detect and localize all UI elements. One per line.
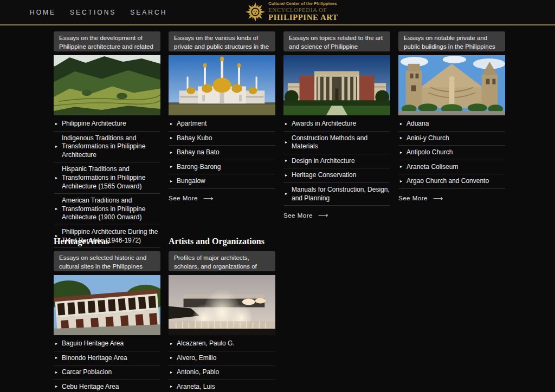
list-item[interactable]: ▸Antonio, Pablo <box>169 365 275 380</box>
list-item[interactable]: ▸Indigenous Traditions and Transformatio… <box>54 132 160 163</box>
list-item[interactable]: ▸Awards in Architecture <box>283 117 390 132</box>
bullet-icon: ▸ <box>400 179 402 184</box>
list-item[interactable]: ▸Cebu Heritage Area <box>54 380 160 392</box>
list-item[interactable]: ▸Araneta Coliseum <box>398 160 505 175</box>
list-item[interactable]: ▸Alcazaren, Paulo G. <box>169 337 275 351</box>
bullet-icon: ▸ <box>170 384 172 389</box>
list-item[interactable]: ▸Bahay Kubo <box>169 132 275 146</box>
section-list: ▸Apartment ▸Bahay Kubo ▸Bahay na Bato ▸B… <box>169 117 275 189</box>
list-item[interactable]: ▸Argao Church and Convento <box>398 174 505 189</box>
list-item[interactable]: ▸Baguio Heritage Area <box>54 337 160 351</box>
bullet-icon: ▸ <box>55 370 57 375</box>
list-item[interactable]: ▸Barong-Barong <box>169 160 275 175</box>
bullet-icon: ▸ <box>55 355 57 361</box>
bullet-icon: ▸ <box>170 150 172 155</box>
section-card-historical-essays: Essays on the development of Philippine … <box>54 31 160 262</box>
list-item[interactable]: ▸Binondo Heritage Area <box>54 351 160 366</box>
bullet-icon: ▸ <box>400 121 402 127</box>
golden-domed-mosque-photo[interactable] <box>169 55 275 115</box>
bullet-icon: ▸ <box>170 164 172 169</box>
list-item[interactable]: ▸Heritage Conservation <box>283 168 390 183</box>
logo-org-line: Cultural Center of the Philippines <box>268 2 338 6</box>
nav-sections[interactable]: SECTIONS <box>70 9 116 16</box>
bullet-icon: ▸ <box>285 173 287 178</box>
logo-wordmark: Cultural Center of the Philippines ENCYC… <box>268 2 338 22</box>
bullet-icon: ▸ <box>285 158 287 164</box>
list-item[interactable]: ▸Bahay na Bato <box>169 146 275 160</box>
section-list: ▸Aduana ▸Anini-y Church ▸Antipolo Church… <box>398 117 505 189</box>
section-description: Essays on the development of Philippine … <box>54 31 160 51</box>
nav-home[interactable]: HOME <box>30 9 56 16</box>
list-item[interactable]: ▸Anini-y Church <box>398 132 505 146</box>
section-card-structure-types: Essays on the various kinds of private a… <box>169 31 275 202</box>
section-description: Essays on the various kinds of private a… <box>169 31 275 51</box>
university-hall-photo[interactable] <box>283 55 390 115</box>
section-card-notable-buildings: Essays on notable private and public bui… <box>398 31 505 202</box>
section-heading: Heritage Areas <box>54 237 160 246</box>
rice-terraces-photo[interactable] <box>54 55 160 115</box>
main-nav: HOME SECTIONS SEARCH <box>30 0 167 24</box>
bullet-icon: ▸ <box>170 121 172 127</box>
logo-title-line2: PHILIPPINE ART <box>268 13 338 22</box>
section-description: Essays on selected historic and cultural… <box>54 251 160 271</box>
bullet-icon: ▸ <box>55 175 57 181</box>
bullet-icon: ▸ <box>170 341 172 347</box>
section-heading: Artists and Organizations <box>169 237 275 246</box>
top-header: HOME SECTIONS SEARCH <box>0 0 555 25</box>
list-item[interactable]: ▸Apartment <box>169 117 275 132</box>
see-more-link[interactable]: See More⟶ <box>283 211 328 219</box>
bullet-icon: ▸ <box>285 191 287 197</box>
arrow-right-icon: ⟶ <box>433 194 443 202</box>
section-heritage-areas: Heritage Areas Essays on selected histor… <box>54 237 160 392</box>
bullet-icon: ▸ <box>170 135 172 141</box>
list-item[interactable]: ▸Carcar Poblacion <box>54 365 160 380</box>
bullet-icon: ▸ <box>400 135 402 141</box>
arrow-right-icon: ⟶ <box>318 211 328 219</box>
bullet-icon: ▸ <box>55 144 57 149</box>
category-grid-top: Essays on the development of Philippine … <box>54 31 505 262</box>
see-more-link[interactable]: See More⟶ <box>169 194 214 202</box>
list-item[interactable]: ▸Design in Architecture <box>283 154 390 169</box>
section-artists-organizations: Artists and Organizations Profiles of ma… <box>169 237 275 392</box>
bullet-icon: ▸ <box>55 384 57 389</box>
list-item[interactable]: ▸Construction Methods and Materials <box>283 132 390 154</box>
list-item[interactable]: ▸Aduana <box>398 117 505 132</box>
list-item[interactable]: ▸Philippine Architecture <box>54 117 160 132</box>
bullet-icon: ▸ <box>285 140 287 145</box>
list-item[interactable]: ▸Araneta, Luis <box>169 380 275 392</box>
list-item[interactable]: ▸Alvero, Emilio <box>169 351 275 366</box>
bullet-icon: ▸ <box>400 150 402 155</box>
bullet-icon: ▸ <box>55 121 57 127</box>
stone-church-photo[interactable] <box>398 55 505 115</box>
section-description: Essays on topics related to the art and … <box>283 31 390 51</box>
list-item[interactable]: ▸Antipolo Church <box>398 146 505 160</box>
bullet-icon: ▸ <box>400 164 402 169</box>
bullet-icon: ▸ <box>170 179 172 184</box>
bullet-icon: ▸ <box>55 341 57 347</box>
heritage-house-photo[interactable] <box>54 275 160 335</box>
arrow-right-icon: ⟶ <box>203 194 214 202</box>
ccp-building-fountain-photo[interactable] <box>169 275 275 335</box>
section-card-art-science: Essays on topics related to the art and … <box>283 31 390 220</box>
see-more-link[interactable]: See More⟶ <box>398 194 443 202</box>
section-list: ▸Alcazaren, Paulo G. ▸Alvero, Emilio ▸An… <box>169 337 275 392</box>
section-list: ▸Philippine Architecture ▸Indigenous Tra… <box>54 117 160 248</box>
bullet-icon: ▸ <box>55 206 57 212</box>
category-grid-bottom: Heritage Areas Essays on selected histor… <box>54 237 275 392</box>
section-list: ▸Awards in Architecture ▸Construction Me… <box>283 117 390 206</box>
list-item[interactable]: ▸Manuals for Construction, Design, and P… <box>283 183 390 206</box>
section-list: ▸Baguio Heritage Area ▸Binondo Heritage … <box>54 337 160 392</box>
site-logo[interactable]: Cultural Center of the Philippines ENCYC… <box>246 2 338 22</box>
section-description: Essays on notable private and public bui… <box>398 31 505 51</box>
section-description: Profiles of major architects, scholars, … <box>169 251 275 271</box>
bullet-icon: ▸ <box>170 355 172 361</box>
bullet-icon: ▸ <box>170 370 172 375</box>
list-item[interactable]: ▸Hispanic Traditions and Transformations… <box>54 162 160 194</box>
ccp-sunburst-emblem-icon <box>246 2 265 22</box>
logo-title-line1: ENCYCLOPEDIA OF <box>268 6 338 13</box>
nav-search[interactable]: SEARCH <box>130 9 167 16</box>
list-item[interactable]: ▸American Traditions and Transformations… <box>54 194 160 225</box>
bullet-icon: ▸ <box>285 121 287 127</box>
list-item[interactable]: ▸Bungalow <box>169 174 275 189</box>
